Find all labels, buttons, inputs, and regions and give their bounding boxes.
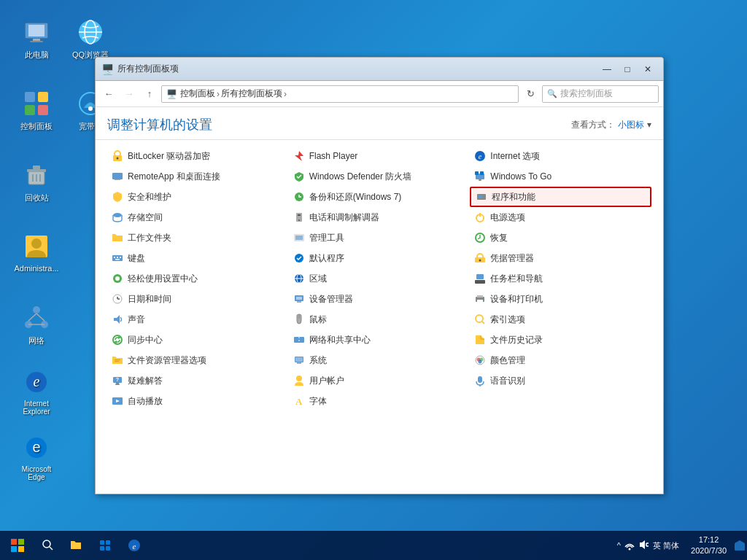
desktop-icon-ie[interactable]: e Internet Explorer (10, 365, 63, 419)
taskbar-notification[interactable] (732, 531, 747, 560)
tray-expand[interactable]: ^ (617, 541, 621, 550)
item-recovery[interactable]: 恢复 (470, 228, 651, 248)
item-sync[interactable]: 同步中心 (107, 330, 289, 350)
path-part-2[interactable]: 所有控制面板项 (221, 88, 282, 100)
keyboard-icon (112, 252, 123, 264)
edge-label: Microsoft Edge (13, 465, 60, 481)
item-font[interactable]: A 字体 (289, 391, 471, 411)
taskbar-clock[interactable]: 17:12 2020/7/30 (685, 534, 732, 557)
recovery-label: 恢复 (490, 232, 508, 244)
power-label: 电源选项 (490, 211, 525, 224)
item-flash-player[interactable]: Flash Player (289, 146, 471, 166)
item-phone-modem[interactable]: 电话和调制解调器 (289, 207, 471, 228)
item-autoplay[interactable]: 自动播放 (107, 391, 289, 411)
item-datetime[interactable]: 日期和时间 (107, 289, 289, 309)
item-file-explorer-options[interactable]: 文件资源管理器选项 (107, 350, 289, 370)
refresh-button[interactable]: ↻ (522, 85, 539, 103)
item-device-manager[interactable]: 设备管理器 (289, 289, 471, 309)
flash-player-icon (293, 150, 305, 162)
item-admin-tools[interactable]: 管理工具 (289, 228, 471, 248)
search-box[interactable]: 🔍 搜索控制面板 (542, 85, 659, 103)
view-dropdown-icon[interactable]: ▾ (647, 120, 651, 130)
item-programs-features[interactable]: 程序和功能 (470, 187, 651, 207)
file-explorer-options-label: 文件资源管理器选项 (128, 354, 206, 367)
user-accounts-icon (293, 375, 305, 386)
taskbar-store[interactable] (90, 531, 120, 560)
item-taskbar-nav[interactable]: 任务栏和导航 (470, 268, 651, 289)
item-file-history[interactable]: 文件历史记录 (470, 330, 651, 350)
svg-rect-14 (27, 169, 46, 172)
item-keyboard[interactable]: 键盘 (107, 248, 289, 268)
svg-text:e: e (133, 542, 136, 551)
item-internet-options[interactable]: e Internet 选项 (470, 146, 651, 166)
page-title: 调整计算机的设置 (107, 116, 212, 133)
svg-rect-115 (100, 546, 104, 551)
system-label: 系统 (309, 354, 327, 367)
taskbar-search-button[interactable] (35, 531, 61, 560)
item-system[interactable]: 系统 (289, 350, 471, 370)
control-panel-desktop-label: 控制面板 (20, 121, 53, 132)
view-mode-link[interactable]: 小图标 (618, 119, 644, 131)
item-security[interactable]: 安全和维护 (107, 187, 289, 207)
taskbar-file-explorer[interactable] (61, 531, 90, 560)
item-work-folders[interactable]: 工作文件夹 (107, 228, 289, 248)
item-user-accounts[interactable]: 用户帐户 (289, 370, 471, 391)
index-label: 索引选项 (490, 314, 525, 326)
forward-button[interactable]: → (120, 85, 138, 103)
item-default-programs[interactable]: 默认程序 (289, 248, 471, 268)
address-path-display[interactable]: 🖥️ 控制面板 › 所有控制面板项 › (161, 85, 519, 103)
desktop-icon-administrator[interactable]: Administra... (10, 229, 63, 276)
desktop-icon-edge[interactable]: e Microsoft Edge (10, 430, 63, 484)
item-sound[interactable]: 声音 (107, 309, 289, 330)
item-storage[interactable]: 存储空间 (107, 207, 289, 228)
start-button[interactable] (0, 531, 35, 560)
desktop-icon-network[interactable]: 网络 (10, 300, 63, 349)
tray-volume[interactable] (638, 539, 650, 552)
svg-point-85 (113, 335, 122, 344)
programs-features-icon (476, 191, 487, 203)
item-mouse[interactable]: 鼠标 (289, 309, 471, 330)
back-button[interactable]: ← (100, 85, 117, 103)
desktop-icon-control-panel[interactable]: 控制面板 (10, 86, 63, 135)
ie-icon: e (22, 368, 51, 397)
search-icon (42, 540, 54, 551)
item-power[interactable]: 电源选项 (470, 207, 651, 228)
svg-rect-102 (478, 376, 482, 383)
taskbar-ie-button[interactable]: e (120, 531, 149, 560)
network-label: 网络 (28, 335, 44, 346)
item-network-share[interactable]: 网络和共享中心 (289, 330, 471, 350)
close-button[interactable]: ✕ (638, 62, 657, 77)
color-manage-icon (474, 354, 486, 366)
item-windows-defender[interactable]: Windows Defender 防火墙 (289, 166, 471, 187)
up-button[interactable]: ↑ (141, 85, 158, 103)
autoplay-icon (112, 395, 123, 407)
svg-rect-37 (112, 173, 123, 179)
item-remoteapp[interactable]: RemoteApp 和桌面连接 (107, 166, 289, 187)
item-speech[interactable]: 语音识别 (470, 370, 651, 391)
desktop-icon-qq-browser[interactable]: QQ浏览器 (64, 15, 117, 63)
item-windows-to-go[interactable]: Windows To Go (470, 166, 651, 187)
item-ease[interactable]: 轻松使用设置中心 (107, 268, 289, 289)
item-index[interactable]: 索引选项 (470, 309, 651, 330)
item-credential[interactable]: 凭据管理器 (470, 248, 651, 268)
item-bitlocker[interactable]: BitLocker 驱动器加密 (107, 146, 289, 166)
svg-rect-38 (115, 179, 120, 180)
maximize-button[interactable]: □ (618, 62, 637, 77)
svg-text:e: e (479, 152, 482, 160)
path-part-1[interactable]: 控制面板 (180, 88, 215, 100)
item-region[interactable]: 区域 (289, 268, 471, 289)
tray-keyboard[interactable]: 英 简体 (653, 540, 679, 551)
svg-rect-107 (11, 539, 17, 545)
tray-network[interactable] (624, 539, 635, 552)
desktop-icon-recycle-bin[interactable]: 回收站 (10, 158, 63, 206)
desktop-icon-this-pc[interactable]: 此电脑 (10, 15, 63, 63)
item-color-manage[interactable]: 颜色管理 (470, 350, 651, 370)
svg-text:e: e (34, 373, 40, 389)
svg-rect-9 (25, 105, 35, 115)
speech-icon (474, 375, 486, 386)
item-backup[interactable]: 备份和还原(Windows 7) (289, 187, 471, 207)
item-devices-printers[interactable]: 设备和打印机 (470, 289, 651, 309)
svg-line-84 (482, 322, 484, 324)
minimize-button[interactable]: — (597, 62, 616, 77)
item-troubleshoot[interactable]: ? 疑难解答 (107, 370, 289, 391)
